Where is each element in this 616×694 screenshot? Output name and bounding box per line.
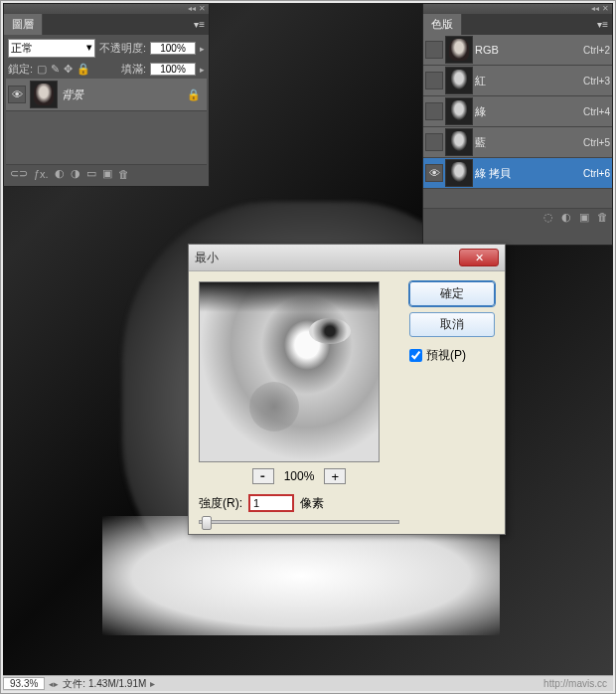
- close-panel-icon[interactable]: ✕: [602, 6, 610, 12]
- channel-name: RGB: [475, 44, 581, 56]
- channel-shortcut: Ctrl+4: [583, 106, 610, 117]
- radius-slider[interactable]: [199, 520, 399, 524]
- zoom-value: 100%: [284, 469, 315, 483]
- collapse-icon[interactable]: ◂◂: [188, 6, 196, 12]
- preview-label: 預視(P): [426, 347, 466, 364]
- status-bar: 93.3% ◂▸ 文件: 1.43M/1.91M ▸: [3, 675, 613, 691]
- channel-thumbnail: [445, 159, 473, 187]
- panel-tabbar: 色版 ▾≡: [423, 14, 612, 35]
- channels-list: RGB Ctrl+2 紅 Ctrl+3 綠 Ctrl+4 藍 Ctrl+5 👁 …: [423, 35, 612, 208]
- cancel-button[interactable]: 取消: [409, 312, 495, 337]
- preview-checkbox[interactable]: [409, 349, 422, 362]
- channels-panel: ◂◂ ✕ 色版 ▾≡ RGB Ctrl+2 紅 Ctrl+3 綠 Ctrl+4 …: [422, 3, 613, 246]
- chevron-down-icon[interactable]: ▸: [200, 65, 205, 75]
- lock-icon-group: ▢ ✎ ✥ 🔒: [37, 63, 90, 76]
- layer-thumbnail[interactable]: [30, 81, 58, 108]
- minimum-filter-dialog: 最小 ✕ ⁃ 100% + 強度(R): 像素: [188, 244, 506, 535]
- status-stepper-icon[interactable]: ◂▸: [49, 679, 59, 689]
- chevron-down-icon: ▾: [86, 41, 92, 56]
- visibility-eye-icon[interactable]: 👁: [8, 86, 26, 103]
- lock-transparency-icon[interactable]: ▢: [37, 63, 47, 76]
- layers-panel-footer: ⊂⊃ ƒx. ◐ ◑ ▭ ▣ 🗑: [6, 164, 207, 182]
- panel-grip[interactable]: ◂◂ ✕: [423, 4, 612, 14]
- radius-input[interactable]: [248, 494, 294, 512]
- visibility-eye-icon[interactable]: 👁: [425, 164, 443, 182]
- trash-icon[interactable]: 🗑: [597, 211, 608, 224]
- channel-thumbnail: [445, 36, 473, 64]
- radius-unit: 像素: [300, 495, 324, 512]
- group-icon[interactable]: ▭: [86, 167, 96, 180]
- fill-label: 填滿:: [121, 62, 146, 77]
- lock-brush-icon[interactable]: ✎: [51, 63, 60, 76]
- visibility-eye-icon[interactable]: [425, 41, 443, 59]
- radius-label: 強度(R):: [199, 495, 242, 512]
- dialog-title: 最小: [195, 250, 219, 266]
- channel-shortcut: Ctrl+6: [583, 168, 610, 179]
- opacity-label: 不透明度:: [99, 41, 146, 56]
- lock-move-icon[interactable]: ✥: [64, 63, 73, 76]
- layer-row-background[interactable]: 👁 背景 🔒: [6, 79, 207, 111]
- channel-row-red[interactable]: 紅 Ctrl+3: [423, 66, 612, 96]
- status-doc-label: 文件:: [63, 677, 85, 691]
- status-doc-value: 1.43M/1.91M: [88, 678, 146, 689]
- close-button[interactable]: ✕: [459, 249, 499, 266]
- channel-shortcut: Ctrl+5: [583, 137, 610, 148]
- chevron-right-icon[interactable]: ▸: [150, 678, 155, 689]
- opacity-input[interactable]: 100%: [150, 42, 196, 55]
- visibility-eye-icon[interactable]: [425, 72, 443, 89]
- trash-icon[interactable]: 🗑: [118, 168, 129, 180]
- zoom-out-button[interactable]: ⁃: [252, 468, 274, 484]
- channel-shortcut: Ctrl+2: [583, 45, 610, 56]
- panel-menu-icon[interactable]: ▾≡: [593, 19, 612, 30]
- channel-row-rgb[interactable]: RGB Ctrl+2: [423, 35, 612, 66]
- layers-panel: ◂◂ ✕ 圖層 ▾≡ 正常 ▾ 不透明度: 100% ▸ 鎖定: ▢ ✎ ✥ 🔒…: [3, 3, 210, 187]
- url-watermark: http://mavis.cc: [543, 678, 607, 689]
- fill-input[interactable]: 100%: [150, 63, 196, 76]
- dialog-titlebar[interactable]: 最小 ✕: [189, 245, 505, 271]
- mask-icon[interactable]: ◐: [55, 167, 65, 180]
- channel-shortcut: Ctrl+3: [583, 76, 610, 87]
- lock-icon: 🔒: [187, 88, 201, 101]
- channel-thumbnail: [445, 97, 473, 125]
- panel-menu-icon[interactable]: ▾≡: [190, 19, 209, 30]
- link-layers-icon[interactable]: ⊂⊃: [10, 167, 28, 180]
- blend-mode-value: 正常: [11, 41, 33, 56]
- channel-row-green-copy[interactable]: 👁 綠 拷貝 Ctrl+6: [423, 158, 612, 189]
- tab-layers[interactable]: 圖層: [4, 14, 43, 35]
- channels-panel-footer: ◌ ◐ ▣ 🗑: [423, 208, 612, 226]
- lock-all-icon[interactable]: 🔒: [77, 63, 90, 76]
- layers-panel-body: 正常 ▾ 不透明度: 100% ▸ 鎖定: ▢ ✎ ✥ 🔒 填滿: 100% ▸…: [4, 35, 209, 184]
- zoom-in-button[interactable]: +: [324, 468, 346, 484]
- panel-tabbar: 圖層 ▾≡: [4, 14, 209, 35]
- load-selection-icon[interactable]: ◌: [543, 211, 553, 224]
- channel-thumbnail: [445, 67, 473, 94]
- preview-checkbox-row[interactable]: 預視(P): [409, 347, 495, 364]
- lock-label: 鎖定:: [8, 62, 33, 77]
- status-zoom-input[interactable]: 93.3%: [3, 677, 45, 690]
- channel-row-blue[interactable]: 藍 Ctrl+5: [423, 127, 612, 158]
- channel-name: 綠 拷貝: [475, 166, 581, 181]
- blend-mode-dropdown[interactable]: 正常 ▾: [8, 39, 95, 58]
- close-icon: ✕: [475, 252, 484, 264]
- visibility-eye-icon[interactable]: [425, 102, 443, 120]
- save-selection-icon[interactable]: ◐: [561, 211, 571, 224]
- panel-grip[interactable]: ◂◂ ✕: [4, 4, 209, 14]
- channel-thumbnail: [445, 128, 473, 156]
- tab-channels[interactable]: 色版: [423, 14, 462, 35]
- chevron-down-icon[interactable]: ▸: [200, 44, 205, 54]
- new-channel-icon[interactable]: ▣: [579, 211, 589, 224]
- channel-row-green[interactable]: 綠 Ctrl+4: [423, 96, 612, 127]
- visibility-eye-icon[interactable]: [425, 133, 443, 151]
- channel-name: 藍: [475, 135, 581, 150]
- fx-icon[interactable]: ƒx.: [34, 168, 49, 180]
- layer-name[interactable]: 背景: [62, 87, 183, 102]
- new-layer-icon[interactable]: ▣: [102, 167, 112, 180]
- layers-list: 👁 背景 🔒: [6, 79, 207, 164]
- filter-preview[interactable]: [199, 281, 380, 462]
- ok-button[interactable]: 確定: [409, 281, 495, 306]
- channel-name: 綠: [475, 104, 581, 119]
- adjustment-icon[interactable]: ◑: [71, 167, 80, 180]
- slider-thumb[interactable]: [202, 516, 212, 530]
- close-panel-icon[interactable]: ✕: [199, 6, 207, 12]
- collapse-icon[interactable]: ◂◂: [591, 6, 599, 12]
